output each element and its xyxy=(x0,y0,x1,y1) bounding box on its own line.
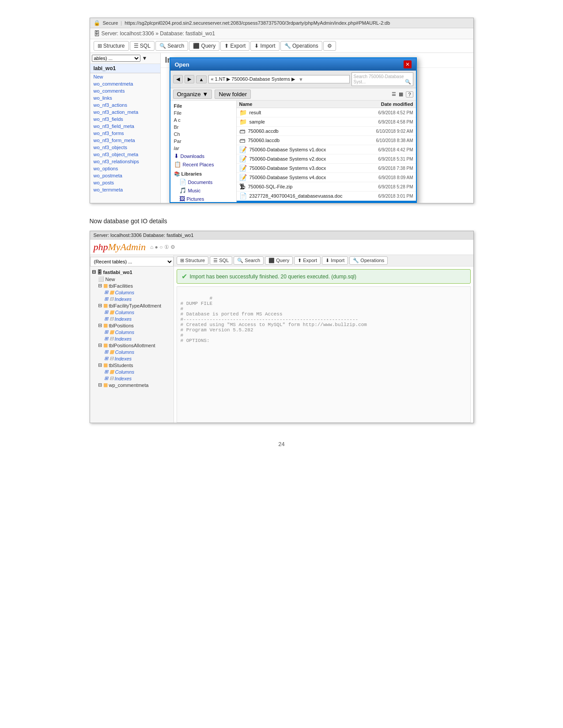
zip-icon: 🗜 xyxy=(239,183,246,190)
tbl-wo_options[interactable]: wo_options xyxy=(90,165,160,172)
tbl-wo_nf3_fields[interactable]: wo_nf3_fields xyxy=(90,116,160,123)
tbl-new-node[interactable]: ⬜ New xyxy=(90,276,174,282)
btn-search[interactable]: 🔍 Search xyxy=(155,41,188,51)
sql-code-area: # # DUMP FILE # # Database is ported fro… xyxy=(177,286,471,423)
db-expand-icon: ⊟ xyxy=(92,269,96,275)
pma2-logo-row: phpMyAdmin ⌂ ● ○ ① ⚙ xyxy=(90,240,473,255)
col-name-header: Name xyxy=(239,101,356,107)
pma2-sidebar: (Recent tables) ... ⊟ 🗄 fastlabi_wo1 ⬜ N… xyxy=(90,255,174,423)
dialog-body: File File A c Br Ch Par lar ⬇Downloads 📋… xyxy=(170,101,416,202)
sidebar-top: ables) ... ▼ xyxy=(90,53,160,64)
btn-export[interactable]: ⬆ Export xyxy=(220,41,249,51)
tree-documents[interactable]: 📄Documents xyxy=(172,178,234,186)
tbl-wo_commentmeta[interactable]: wo_commentmeta xyxy=(90,80,160,87)
tbl-wo_posts[interactable]: wo_posts xyxy=(90,179,160,186)
sub-columns-positions[interactable]: ⊞ ▦ Columns xyxy=(90,329,174,335)
btn-more[interactable]: ⚙ xyxy=(323,41,336,51)
tbl-facilities-node[interactable]: ⊟ ▦ tblFacilities xyxy=(90,282,174,289)
file-row-sqlzip[interactable]: 🗜 750060-SQL-File.zip 6/9/2018 5:28 PM xyxy=(237,182,416,191)
file-row-result[interactable]: 📁 result 6/9/2018 4:52 PM xyxy=(237,108,416,117)
sub-indexes-students[interactable]: ⊞ ⊟ Indexes xyxy=(90,375,174,382)
file-row-v3[interactable]: 📝 750060-Database Systems v3.docx 6/9/20… xyxy=(237,164,416,173)
nav-forward-btn[interactable]: ▶ xyxy=(185,75,194,83)
dialog-title-bar: Open ✕ xyxy=(170,58,416,71)
dialog-close-btn[interactable]: ✕ xyxy=(404,60,412,68)
pma2-btn-structure[interactable]: ⊞ Structure xyxy=(177,256,209,265)
btn-import[interactable]: ⬇ Import xyxy=(250,41,279,51)
tbl-positionsallottment-node[interactable]: ⊟ ▦ tblPositionsAllottment xyxy=(90,342,174,349)
tbl-wo_nf3_forms[interactable]: wo_nf3_forms xyxy=(90,130,160,137)
tree-par-label: Par xyxy=(172,138,234,145)
file-row-sample[interactable]: 📁 sample 6/9/2018 4:58 PM xyxy=(237,117,416,127)
file-row-v1[interactable]: 📝 750060-Database Systems v1.docx 6/9/20… xyxy=(237,145,416,154)
tree-downloads[interactable]: ⬇Downloads xyxy=(172,152,234,160)
tbl-wo_links[interactable]: wo_links xyxy=(90,94,160,101)
file-row-v2[interactable]: 📝 750060-Database Systems v2.docx 6/9/20… xyxy=(237,154,416,164)
tbl-wo_comments[interactable]: wo_comments xyxy=(90,87,160,94)
tbl-expand-icon: ⊟ xyxy=(98,283,102,289)
file-row-dump-sql[interactable]: 🗄 dump.sql 6/9/2018 5:25 PM xyxy=(237,201,416,202)
sub-indexes-posallottment[interactable]: ⊞ ⊟ Indexes xyxy=(90,355,174,362)
tree-file-label: File xyxy=(172,102,234,109)
db-node-label: fastlabi_wo1 xyxy=(103,270,132,275)
pma2-btn-search[interactable]: 🔍 Search xyxy=(234,256,264,265)
organize-btn[interactable]: Organize ▼ xyxy=(173,90,212,99)
tbl-wo_nf3_objects[interactable]: wo_nf3_objects xyxy=(90,144,160,151)
search-box[interactable]: Search 750060-Database Syst... 🔍 xyxy=(351,72,413,86)
sub-expand-icon3: ⊞ xyxy=(104,309,108,315)
tree-pictures[interactable]: 🖼Pictures xyxy=(172,195,234,202)
pma2-btn-operations[interactable]: 🔧 Operations xyxy=(349,256,388,265)
sub-columns-facilitytype[interactable]: ⊞ ▦ Columns xyxy=(90,309,174,315)
btn-query[interactable]: ⬛ Query xyxy=(189,41,219,51)
sub-indexes-facilitytype[interactable]: ⊞ ⊟ Indexes xyxy=(90,315,174,322)
tbl-wo_nf3_relationships[interactable]: wo_nf3_relationships xyxy=(90,158,160,165)
pma2-btn-export[interactable]: ⬆ Export xyxy=(294,256,321,265)
tree-ch-label: Ch xyxy=(172,131,234,138)
new-folder-btn[interactable]: New folder xyxy=(215,90,251,99)
file-row-accdb[interactable]: 🗃 750060.accdb 6/10/2018 9:02 AM xyxy=(237,127,416,136)
sub-indexes-positions[interactable]: ⊞ ⊟ Indexes xyxy=(90,335,174,342)
tree-music[interactable]: 🎵Music xyxy=(172,186,234,195)
sub-indexes-facilities[interactable]: ⊞ ⊟ Indexes xyxy=(90,296,174,302)
db-name-label: labi_wo1 xyxy=(90,64,160,73)
pma2-btn-query[interactable]: ⬛ Query xyxy=(265,256,293,265)
tbl-wo_nf3_object_meta[interactable]: wo_nf3_object_meta xyxy=(90,151,160,158)
tbl-wo_nf3_form_meta[interactable]: wo_nf3_form_meta xyxy=(90,137,160,144)
tree-recent[interactable]: 📋Recent Places xyxy=(172,160,234,169)
sub-columns-posallottment[interactable]: ⊞ ▦ Columns xyxy=(90,349,174,355)
db-node-fastlabi[interactable]: ⊟ 🗄 fastlabi_wo1 xyxy=(90,268,174,276)
sub-columns-students[interactable]: ⊞ ▦ Columns xyxy=(90,368,174,375)
tbl-positions-node[interactable]: ⊟ ▦ tblPositions xyxy=(90,322,174,329)
nav-back-btn[interactable]: ◀ xyxy=(173,75,183,83)
tbl-wo_nf3_field_meta[interactable]: wo_nf3_field_meta xyxy=(90,123,160,130)
tree-br-label: Br xyxy=(172,124,234,131)
tbl-New[interactable]: New xyxy=(90,73,160,80)
indexes-label2: Indexes xyxy=(115,316,132,322)
tbl-wp-commentmeta-node[interactable]: ⊟ ▦ wp_commentmeta xyxy=(90,382,174,388)
nav-up-btn[interactable]: ▲ xyxy=(196,75,207,83)
sub-expand-icon6: ⊞ xyxy=(104,336,108,341)
btn-sql[interactable]: ☰ SQL xyxy=(130,41,155,51)
sub-columns-facilities[interactable]: ⊞ ▦ Columns xyxy=(90,289,174,296)
file-row-laccdb[interactable]: 🗃 750060.laccdb 6/10/2018 8:38 AM xyxy=(237,136,416,145)
columns-icon: ▦ xyxy=(110,289,114,295)
columns-label: Columns xyxy=(115,290,134,295)
pma2-btn-sql[interactable]: ☰ SQL xyxy=(210,256,232,265)
pma2-recent-select[interactable]: (Recent tables) ... xyxy=(90,257,174,266)
tbl-students-node[interactable]: ⊟ ▦ tblStudents xyxy=(90,362,174,368)
file-row-doc[interactable]: 📄 2327728_490700416_databasevuassa.doc 6… xyxy=(237,191,416,201)
pma2-topbar-text: Server: localhost:3306 Database: fastlab… xyxy=(94,233,194,238)
tbl-expand-icon4: ⊟ xyxy=(98,342,102,348)
btn-operations[interactable]: 🔧 Operations xyxy=(280,41,322,51)
btn-structure[interactable]: ⊞ Structure xyxy=(94,41,129,51)
tbl-wo_postmeta[interactable]: wo_postmeta xyxy=(90,172,160,179)
tbl-wo_nf3_action_meta[interactable]: wo_nf3_action_meta xyxy=(90,109,160,116)
columns-label4: Columns xyxy=(115,349,134,355)
tbl-facilitytype-node[interactable]: ⊟ ▦ tblFacilityTypeAllottment xyxy=(90,302,174,309)
tbl-wo_termmeta[interactable]: wo_termmeta xyxy=(90,186,160,193)
tbl-expand-icon2: ⊟ xyxy=(98,303,102,308)
file-row-v4[interactable]: 📝 750060-Database Systems v4.docx 6/9/20… xyxy=(237,173,416,182)
tables-select[interactable]: ables) ... xyxy=(92,55,140,62)
pma2-btn-import[interactable]: ⬇ Import xyxy=(322,256,348,265)
tbl-wo_nf3_actions[interactable]: wo_nf3_actions xyxy=(90,101,160,109)
